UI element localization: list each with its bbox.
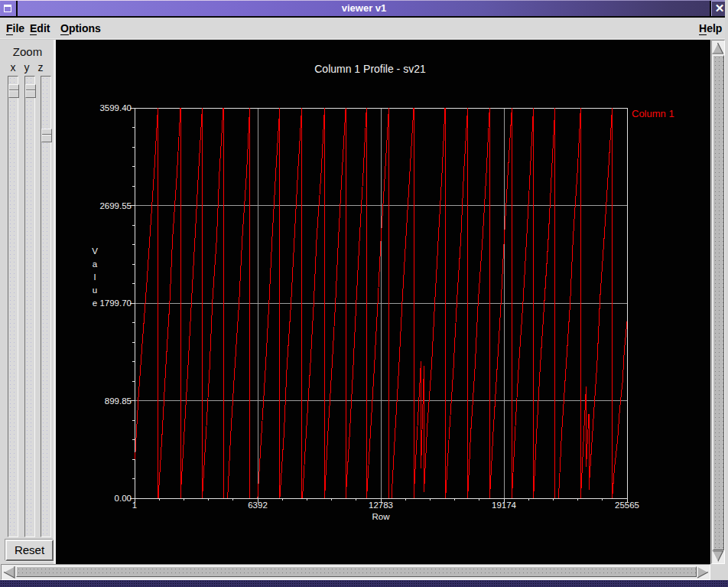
svg-text:V: V [92,246,98,256]
svg-text:3599.40: 3599.40 [99,103,132,113]
svg-text:899.85: 899.85 [105,396,132,406]
svg-text:6392: 6392 [248,501,268,510]
svg-text:1799.70: 1799.70 [99,298,132,308]
svg-text:Column 1 Profile - sv21: Column 1 Profile - sv21 [314,63,426,75]
svg-text:25565: 25565 [615,501,639,510]
svg-text:l: l [94,272,96,282]
svg-text:u: u [93,285,97,295]
svg-text:2699.55: 2699.55 [99,201,132,210]
svg-text:0.00: 0.00 [115,494,132,503]
svg-text:a: a [93,259,98,269]
svg-text:19174: 19174 [492,501,517,510]
svg-text:Column 1: Column 1 [632,108,674,119]
svg-text:1: 1 [132,501,137,510]
svg-text:Row: Row [372,512,390,521]
svg-text:e: e [93,298,97,308]
svg-text:12783: 12783 [369,501,393,510]
